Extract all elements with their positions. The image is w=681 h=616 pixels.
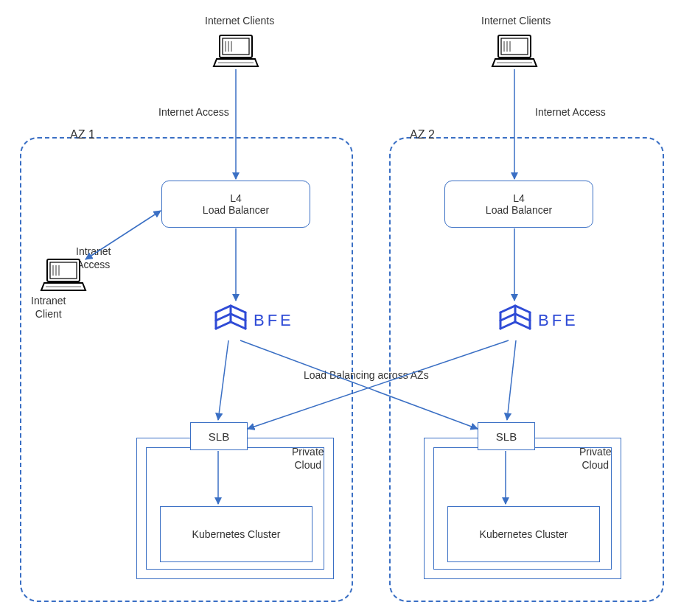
bfe-text-az1: BFE <box>254 311 294 330</box>
bfe-az2: BFE <box>498 304 579 337</box>
l4-line1-az2: L4 <box>513 192 525 204</box>
internet-access-a-label: Internet Access <box>158 105 229 119</box>
l4-box-az2: L4 Load Balancer <box>444 181 593 228</box>
intranet-client-label: Intranet Client <box>31 294 66 321</box>
private-cloud-az1 <box>136 438 334 579</box>
internet-clients-b-label: Internet Clients <box>481 14 551 27</box>
l4-line1-az1: L4 <box>230 192 242 204</box>
l4-line2-az2: Load Balancer <box>486 204 552 216</box>
slb-az1-text: SLB <box>209 430 229 443</box>
internet-clients-a-label: Internet Clients <box>205 14 274 27</box>
computer-icon <box>214 35 258 66</box>
bfe-az1: BFE <box>214 304 294 337</box>
bfe-logo-icon <box>214 304 248 337</box>
private-cloud-az2 <box>424 438 621 579</box>
slb-az2-text: SLB <box>496 430 517 443</box>
slb-az2: SLB <box>478 422 535 450</box>
load-balancing-label: Load Balancing across AZs <box>304 368 429 382</box>
slb-az1: SLB <box>190 422 248 450</box>
l4-line2-az1: Load Balancer <box>203 204 269 216</box>
intranet-access-label: Intranet Access <box>76 245 111 271</box>
l4-box-az1: L4 Load Balancer <box>161 181 310 228</box>
computer-icon <box>492 35 537 66</box>
internet-access-b-label: Internet Access <box>535 105 606 119</box>
bfe-text-az2: BFE <box>538 311 579 330</box>
bfe-logo-icon <box>498 304 532 337</box>
az2-title: AZ 2 <box>410 128 435 141</box>
az1-title: AZ 1 <box>70 128 95 141</box>
